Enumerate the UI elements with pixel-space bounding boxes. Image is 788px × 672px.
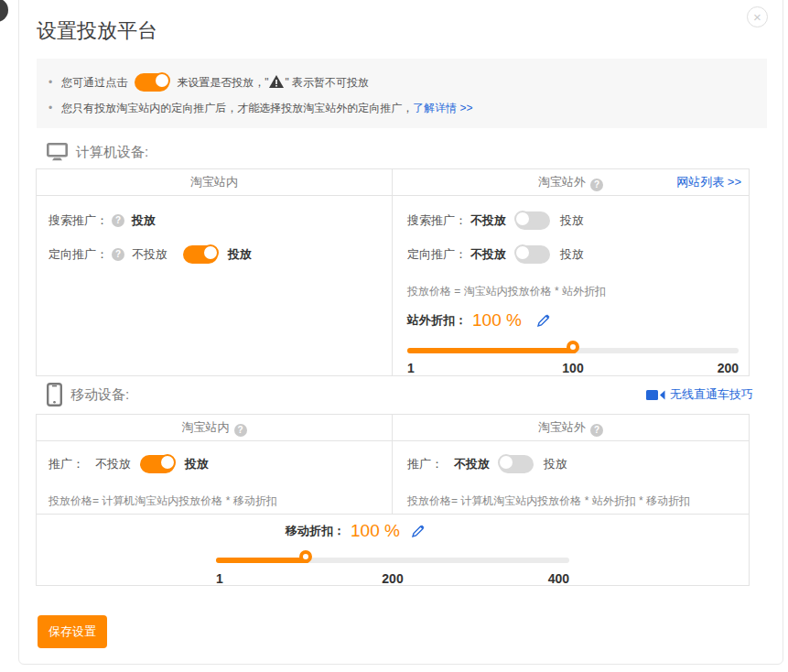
- mobile-table-body: 推广： 不投放 投放 投放价格= 计算机淘宝站内投放价格 * 移动折扣 推广： …: [37, 441, 749, 514]
- mobile-section-header: 移动设备: 无线直通车技巧: [47, 383, 753, 406]
- row-label: 定向推广：: [407, 246, 467, 263]
- search-promo-row: 搜索推广： 不投放 投放: [407, 208, 739, 233]
- notice-line-1: • 您可通过点击 来设置是否投放，" " 表示暂不可投放: [49, 70, 750, 95]
- edit-icon[interactable]: [536, 314, 550, 328]
- state-on: 投放: [560, 212, 584, 229]
- state-on: 投放: [132, 212, 156, 229]
- notice-text: 来设置是否投放，": [177, 75, 268, 91]
- mobile-onsite-toggle[interactable]: [140, 455, 175, 473]
- computer-section-header: 计算机设备:: [47, 143, 753, 161]
- help-icon[interactable]: ?: [590, 424, 603, 437]
- offsite-discount-slider: [407, 348, 739, 353]
- header-label: 淘宝站内: [190, 175, 238, 189]
- bullet-icon: •: [49, 76, 52, 89]
- discount-value: 100 %: [351, 521, 400, 541]
- toggle-knob: [202, 244, 219, 261]
- slider-labels: 1 100 200: [407, 361, 739, 375]
- toggle-knob: [514, 244, 531, 261]
- header-taobao-offsite: 淘宝站外?: [393, 415, 749, 440]
- state-on: 投放: [560, 246, 584, 263]
- help-icon[interactable]: ?: [234, 424, 247, 437]
- wireless-tips-link[interactable]: 无线直通车技巧: [646, 386, 753, 403]
- state-off: 不投放: [132, 246, 167, 263]
- targeted-offsite-toggle[interactable]: [515, 245, 550, 264]
- mobile-offsite-formula: 投放价格= 计算机淘宝站内投放价格 * 站外折扣 * 移动折扣: [407, 493, 739, 509]
- mobile-offsite-toggle[interactable]: [499, 455, 534, 473]
- state-on: 投放: [544, 456, 567, 472]
- slider-handle[interactable]: [299, 550, 312, 563]
- slider-fill: [216, 558, 309, 563]
- edit-icon[interactable]: [411, 525, 425, 538]
- help-icon[interactable]: ?: [112, 248, 124, 261]
- notice-text: " 表示暂不可投放: [285, 75, 369, 91]
- wireless-tips-label: 无线直通车技巧: [670, 386, 753, 403]
- row-label: 定向推广：: [49, 246, 108, 263]
- state-off: 不投放: [454, 456, 490, 472]
- notice-text: 您只有投放淘宝站内的定向推广后，才能选择投放淘宝站外的定向推广，: [61, 101, 413, 116]
- computer-icon: [47, 143, 68, 161]
- slider-max: 200: [718, 361, 739, 375]
- header-label: 淘宝站内: [182, 420, 230, 434]
- site-list-link[interactable]: 网站列表 >>: [676, 169, 741, 195]
- help-icon[interactable]: ?: [112, 214, 124, 227]
- notice-line-2: • 您只有投放淘宝站内的定向推广后，才能选择投放淘宝站外的定向推广， 了解详情 …: [49, 95, 750, 121]
- computer-section-label: 计算机设备:: [76, 144, 148, 161]
- dialog-title: 设置投放平台: [37, 20, 783, 42]
- save-settings-button[interactable]: 保存设置: [38, 615, 107, 648]
- slider-mid: 200: [382, 571, 403, 586]
- targeted-promo-row: 定向推广： 不投放 投放: [407, 242, 739, 267]
- bullet-icon: •: [49, 102, 52, 114]
- notice-text: 您可通过点击: [61, 75, 127, 91]
- discount-label: 站外折扣：: [407, 312, 467, 329]
- mobile-icon: [47, 383, 62, 406]
- computer-onsite-cell: 搜索推广： ? 投放 定向推广： ? 不投放 投放: [37, 196, 393, 376]
- row-label: 推广：: [49, 456, 84, 472]
- learn-more-link[interactable]: 了解详情 >>: [413, 101, 472, 116]
- notice-box: • 您可通过点击 来设置是否投放，" " 表示暂不可投放 • 您只有投放淘宝站内…: [37, 59, 767, 128]
- toggle-knob: [154, 72, 170, 89]
- computer-table: 淘宝站内 淘宝站外? 网站列表 >> 搜索推广： ? 投放 定向推广： ? 不投…: [36, 168, 750, 376]
- state-off: 不投放: [470, 246, 506, 263]
- row-label: 搜索推广：: [49, 212, 108, 229]
- mobile-table-header: 淘宝站内? 淘宝站外?: [37, 415, 749, 441]
- close-icon[interactable]: ×: [747, 6, 768, 27]
- mobile-onsite-formula: 投放价格= 计算机淘宝站内投放价格 * 移动折扣: [49, 493, 381, 509]
- mobile-section-label: 移动设备:: [70, 386, 129, 404]
- computer-table-header: 淘宝站内 淘宝站外? 网站列表 >>: [37, 169, 749, 196]
- offsite-discount-line: 站外折扣： 100 %: [407, 310, 739, 331]
- offsite-price-formula: 投放价格 = 淘宝站内投放价格 * 站外折扣: [407, 284, 739, 299]
- targeted-promo-row: 定向推广： ? 不投放 投放: [49, 242, 381, 267]
- header-taobao-onsite: 淘宝站内?: [37, 415, 393, 440]
- computer-offsite-cell: 搜索推广： 不投放 投放 定向推广： 不投放 投放 投放价格 = 淘宝站内投放价…: [393, 196, 749, 376]
- mobile-discount-line: 移动折扣： 100 %: [37, 521, 749, 541]
- search-offsite-toggle[interactable]: [515, 211, 550, 230]
- slider-mid: 100: [562, 361, 583, 375]
- toggle-knob: [514, 211, 531, 227]
- promo-row: 推广： 不投放 投放: [407, 451, 739, 477]
- discount-label: 移动折扣：: [286, 523, 345, 539]
- slider-min: 1: [407, 361, 415, 375]
- state-off: 不投放: [470, 212, 506, 229]
- computer-table-body: 搜索推广： ? 投放 定向推广： ? 不投放 投放 搜索推广： 不投放 投放: [37, 196, 749, 376]
- close-glyph: ×: [753, 9, 761, 25]
- set-platform-dialog: 设置投放平台 × • 您可通过点击 来设置是否投放，" " 表示暂不可投放 • …: [18, 0, 783, 665]
- mobile-discount-row: 移动折扣： 100 % 1 200 400: [37, 514, 749, 586]
- targeted-onsite-toggle[interactable]: [183, 245, 218, 264]
- slider-handle[interactable]: [567, 341, 579, 353]
- help-icon[interactable]: ?: [590, 179, 603, 191]
- header-label: 淘宝站外: [538, 420, 586, 434]
- state-on: 投放: [185, 456, 209, 472]
- state-on: 投放: [228, 246, 252, 263]
- header-taobao-offsite: 淘宝站外? 网站列表 >>: [393, 169, 749, 195]
- promo-row: 推广： 不投放 投放: [49, 451, 381, 477]
- mobile-onsite-cell: 推广： 不投放 投放 投放价格= 计算机淘宝站内投放价格 * 移动折扣: [37, 441, 393, 514]
- slider-fill: [407, 348, 577, 353]
- example-toggle: [135, 73, 169, 92]
- toggle-knob: [498, 454, 514, 471]
- discount-value: 100 %: [472, 310, 522, 331]
- mobile-slider-wrap: 1 200 400: [216, 558, 569, 586]
- state-off: 不投放: [95, 456, 131, 472]
- header-taobao-onsite: 淘宝站内: [37, 169, 393, 195]
- row-label: 推广：: [407, 456, 443, 472]
- slider-min: 1: [216, 571, 223, 586]
